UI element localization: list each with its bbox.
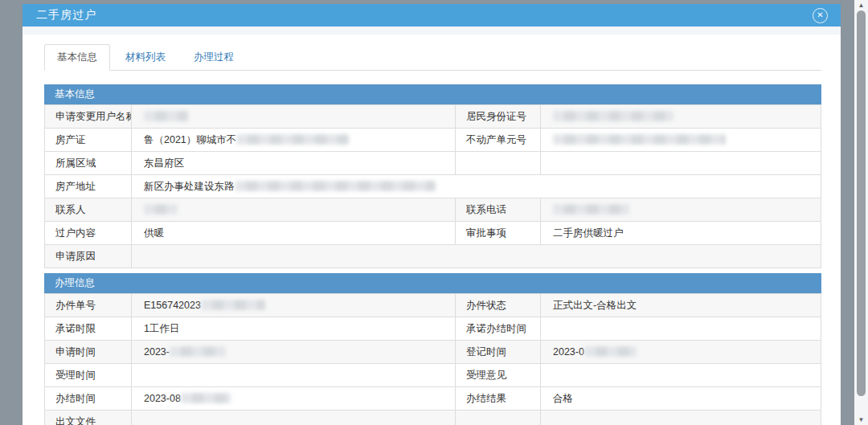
field-value-text: 二手房供暖过户 <box>553 227 624 239</box>
table-row: 受理时间受理意见 <box>45 364 821 387</box>
field-value <box>132 198 456 222</box>
field-value: 2023-08 <box>132 387 456 411</box>
close-button[interactable]: ✕ <box>813 8 828 23</box>
field-value-text: 2023-08 <box>144 393 181 404</box>
field-value: 二手房供暖过户 <box>541 222 821 245</box>
table-row: 申请变更用户名称居民身份证号 <box>45 105 821 129</box>
field-label: 承诺时限 <box>45 317 132 341</box>
tab-process[interactable]: 办理过程 <box>181 44 247 71</box>
redacted-text <box>201 300 265 310</box>
table-row: 联系人联系电话 <box>45 198 821 222</box>
field-value-text: 东昌府区 <box>144 157 184 169</box>
field-label: 审批事项 <box>456 222 541 245</box>
field-value-text: 供暖 <box>144 227 164 239</box>
field-label: 办件状态 <box>456 294 541 317</box>
field-value: 合格 <box>541 387 821 411</box>
field-value-text: E156742023 <box>144 300 201 311</box>
dialog-title: 二手房过户 <box>36 8 96 22</box>
info-table: 申请变更用户名称居民身份证号房产证鲁（2021）聊城市不不动产单元号所属区域东昌… <box>44 104 821 268</box>
field-value: 东昌府区 <box>132 152 456 175</box>
field-value-text: 鲁（2021）聊城市不 <box>144 134 236 145</box>
field-label: 承诺办结时间 <box>456 317 541 341</box>
field-value: 鲁（2021）聊城市不 <box>132 129 456 152</box>
field-label: 办结时间 <box>45 387 132 411</box>
field-value <box>541 198 821 222</box>
dialog-content: 基本信息材料列表办理过程 基本信息申请变更用户名称居民身份证号房产证鲁（2021… <box>23 35 841 425</box>
field-label: 受理时间 <box>45 364 132 387</box>
table-row: 申请原因 <box>45 245 821 268</box>
redacted-text <box>144 204 178 215</box>
field-label: 申请变更用户名称 <box>45 105 132 129</box>
field-label: 申请时间 <box>45 341 132 364</box>
field-label: 房产证 <box>45 129 132 152</box>
field-value: 2023- <box>132 341 456 364</box>
redacted-text <box>235 181 436 191</box>
field-value <box>541 317 821 341</box>
tab-bar: 基本信息材料列表办理过程 <box>44 46 821 71</box>
titlebar-divider <box>23 27 841 35</box>
field-value-text: 2023-0 <box>553 346 584 358</box>
field-value-text: 1工作日 <box>144 323 179 334</box>
field-value: 1工作日 <box>132 317 456 341</box>
field-value-text: 2023- <box>144 346 170 358</box>
field-label: 登记时间 <box>456 341 541 364</box>
redacted-text <box>236 134 349 145</box>
field-value-text: 新区办事处建设东路 <box>144 181 235 192</box>
field-label: 申请原因 <box>45 245 132 268</box>
dialog-titlebar: 二手房过户 ✕ <box>23 4 841 27</box>
field-label: 办结结果 <box>456 387 541 411</box>
table-row: 房产地址新区办事处建设东路 <box>45 175 821 198</box>
field-value <box>541 152 821 175</box>
field-label: 过户内容 <box>45 222 132 245</box>
tab-basic-info[interactable]: 基本信息 <box>44 44 110 71</box>
dialog-second-hand-house-transfer: 二手房过户 ✕ 基本信息材料列表办理过程 基本信息申请变更用户名称居民身份证号房… <box>23 4 841 425</box>
field-label: 办件单号 <box>45 294 132 317</box>
redacted-text <box>553 134 726 145</box>
table-row: 过户内容供暖审批事项二手房供暖过户 <box>45 222 821 245</box>
scroll-down-icon[interactable]: ▼ <box>854 416 868 423</box>
field-value: 2023-0 <box>541 341 821 364</box>
field-label <box>456 411 541 425</box>
scrollbar-thumb[interactable] <box>857 10 866 396</box>
field-value <box>132 411 456 425</box>
field-value: 新区办事处建设东路 <box>132 175 821 198</box>
field-value: 供暖 <box>132 222 456 245</box>
redacted-text <box>181 393 231 403</box>
redacted-text <box>584 346 637 357</box>
table-row: 办件单号E156742023办件状态正式出文-合格出文 <box>45 294 821 317</box>
field-value <box>541 364 821 387</box>
redacted-text <box>170 346 226 357</box>
field-value <box>541 411 821 425</box>
close-icon: ✕ <box>817 11 823 19</box>
field-value <box>132 364 456 387</box>
redacted-text <box>144 111 188 121</box>
field-label: 不动产单元号 <box>456 129 541 152</box>
table-row: 承诺时限1工作日承诺办结时间 <box>45 317 821 341</box>
field-value: 正式出文-合格出文 <box>541 294 821 317</box>
field-value <box>132 105 456 129</box>
tab-material-list[interactable]: 材料列表 <box>113 44 178 71</box>
table-row: 出文文件 <box>45 411 821 425</box>
redacted-text <box>553 204 629 215</box>
info-table: 办件单号E156742023办件状态正式出文-合格出文承诺时限1工作日承诺办结时… <box>44 293 821 425</box>
field-value <box>541 105 821 129</box>
scroll-up-icon[interactable]: ▲ <box>854 2 868 9</box>
section-processing-info: 办理信息办件单号E156742023办件状态正式出文-合格出文承诺时限1工作日承… <box>44 273 821 425</box>
field-label: 联系人 <box>45 198 132 222</box>
table-row: 房产证鲁（2021）聊城市不不动产单元号 <box>45 129 821 152</box>
table-row: 申请时间2023-登记时间2023-0 <box>45 341 821 364</box>
redacted-text <box>553 111 674 121</box>
section-basic-info: 基本信息申请变更用户名称居民身份证号房产证鲁（2021）聊城市不不动产单元号所属… <box>44 84 821 268</box>
field-value <box>541 129 821 152</box>
field-label: 联系电话 <box>456 198 541 222</box>
scrollbar[interactable]: ▲ ▼ <box>854 0 868 425</box>
field-label: 所属区域 <box>45 152 132 175</box>
field-label: 房产地址 <box>45 175 132 198</box>
table-row: 办结时间2023-08办结结果合格 <box>45 387 821 411</box>
section-header: 办理信息 <box>44 273 821 293</box>
field-value: E156742023 <box>132 294 456 317</box>
field-label: 居民身份证号 <box>456 105 541 129</box>
field-label: 出文文件 <box>45 411 132 425</box>
field-value-text: 正式出文-合格出文 <box>553 300 637 311</box>
sections: 基本信息申请变更用户名称居民身份证号房产证鲁（2021）聊城市不不动产单元号所属… <box>44 84 821 425</box>
